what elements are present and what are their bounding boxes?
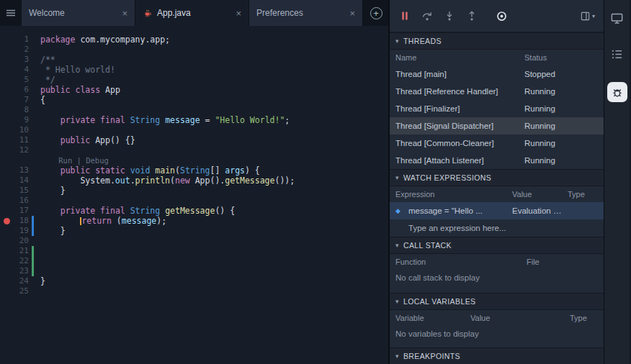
breakpoint-gutter[interactable] [0,125,13,135]
codelens-line[interactable]: Run | Debug [0,155,388,165]
line-number[interactable]: 23 [13,266,29,276]
breakpoint-gutter[interactable] [0,65,13,75]
breakpoint-gutter[interactable] [0,246,13,256]
code-line[interactable]: 23 [0,266,388,276]
breakpoint-gutter[interactable] [0,135,13,145]
code-line[interactable]: 20 [0,236,388,246]
code-line[interactable]: 24} [0,276,388,286]
code-line[interactable]: 15 } [0,186,388,196]
line-number[interactable]: 5 [13,75,29,85]
breakpoint-gutter[interactable] [0,196,13,206]
breakpoint-gutter[interactable] [0,286,13,296]
close-icon[interactable]: × [349,9,355,18]
breakpoint-gutter[interactable] [0,186,13,196]
close-icon[interactable]: × [122,9,127,18]
line-number[interactable]: 13 [13,165,29,176]
code-line[interactable]: 11 public App() {} [0,135,388,145]
watch-section-header[interactable]: ▾ WATCH EXPRESSIONS [390,169,604,186]
line-number[interactable]: 14 [13,176,29,186]
breakpoint-gutter[interactable] [0,55,13,65]
watch-expression-row[interactable]: ◆ message = "Hello ... Evaluation failed… [390,202,604,219]
step-over-button[interactable] [421,9,434,22]
breakpoint-gutter[interactable] [0,165,13,176]
line-number[interactable]: 18 [13,216,29,226]
code-line[interactable]: 17 private final String getMessage() { [0,206,388,216]
line-number[interactable]: 16 [13,196,29,206]
code-line[interactable]: 12 [0,145,388,155]
breakpoint-gutter[interactable] [0,45,13,55]
line-number[interactable]: 15 [13,186,29,196]
breakpoint-dot[interactable] [4,218,10,224]
line-number[interactable]: 3 [13,55,29,65]
breakpoint-gutter[interactable] [0,105,13,115]
code-line[interactable]: 10 [0,125,388,135]
line-number[interactable]: 11 [13,135,29,145]
breakpoint-gutter[interactable] [0,35,13,45]
thread-row[interactable]: Thread [Attach Listener]Running [390,152,604,169]
thread-row[interactable]: Thread [Signal Dispatcher]Running [390,117,604,135]
thread-row[interactable]: Thread [Common-Cleaner]Running [390,135,604,152]
pause-button[interactable] [398,9,411,22]
step-into-button[interactable] [443,9,456,22]
line-number[interactable]: 20 [13,236,29,246]
line-number[interactable]: 9 [13,115,29,125]
thread-row[interactable]: Thread [main]Stopped [390,65,604,83]
monitor-view-button[interactable] [609,10,625,26]
line-number[interactable]: 7 [13,95,29,105]
breakpoint-gutter[interactable] [0,176,13,186]
step-out-button[interactable] [465,9,478,22]
line-number[interactable] [13,155,29,165]
line-number[interactable]: 21 [13,246,29,256]
code-line[interactable]: 5 */ [0,75,388,85]
tab-welcome[interactable]: Welcome× [22,0,135,26]
code-line[interactable]: 16 [0,196,388,206]
line-number[interactable]: 4 [13,65,29,75]
code-line[interactable]: 6public class App [0,85,388,95]
line-number[interactable]: 24 [13,276,29,286]
debug-view-button[interactable] [607,82,627,102]
line-number[interactable]: 22 [13,256,29,266]
code-line[interactable]: 2 [0,45,388,55]
code-line[interactable]: 3/** [0,55,388,65]
line-number[interactable]: 8 [13,105,29,115]
breakpoint-gutter[interactable] [0,145,13,155]
stop-button[interactable] [495,9,508,22]
new-tab-button[interactable]: + [363,0,389,26]
watch-expression-input[interactable]: Type an expression here... [390,219,604,237]
line-number[interactable]: 17 [13,206,29,216]
codelens-text[interactable]: Run | Debug [36,155,388,165]
breakpoint-gutter[interactable] [0,115,13,125]
breakpoint-gutter[interactable] [0,236,13,246]
breakpoint-gutter[interactable] [0,75,13,85]
outline-view-button[interactable] [609,46,625,62]
breakpoint-gutter[interactable] [0,216,13,226]
breakpoints-section-header[interactable]: ▾ BREAKPOINTS [390,347,604,364]
line-number[interactable]: 2 [13,45,29,55]
local-variables-section-header[interactable]: ▾ LOCAL VARIABLES [390,293,604,310]
thread-row[interactable]: Thread [Finalizer]Running [390,100,604,117]
breakpoint-gutter[interactable] [0,226,13,236]
threads-section-header[interactable]: ▾ THREADS [390,32,604,50]
close-icon[interactable]: × [236,9,241,18]
code-editor[interactable]: 1package com.mycompany.app;23/**4 * Hell… [0,26,388,364]
breakpoint-gutter[interactable] [0,276,13,286]
line-number[interactable]: 25 [13,286,29,296]
breakpoint-gutter[interactable] [0,95,13,105]
editor-layout-button[interactable]: ▾ [580,11,595,22]
thread-row[interactable]: Thread [Reference Handler]Running [390,83,604,100]
code-line[interactable]: 22 [0,256,388,266]
line-number[interactable]: 12 [13,145,29,155]
line-number[interactable]: 19 [13,226,29,236]
line-number[interactable]: 6 [13,85,29,95]
code-line[interactable]: 25 [0,286,388,296]
tab-app-java[interactable]: App.java× [135,0,249,26]
breakpoint-gutter[interactable] [0,85,13,95]
call-stack-section-header[interactable]: ▾ CALL STACK [390,237,604,254]
code-line[interactable]: 13 public static void main(String[] args… [0,165,388,176]
code-line[interactable]: 7{ [0,95,388,105]
code-line[interactable]: 4 * Hello world! [0,65,388,75]
code-line[interactable]: 1package com.mycompany.app; [0,35,388,45]
code-line[interactable]: 9 private final String message = "Hello … [0,115,388,125]
line-number[interactable]: 1 [13,35,29,45]
code-line[interactable]: 18 return (message); [0,216,388,226]
